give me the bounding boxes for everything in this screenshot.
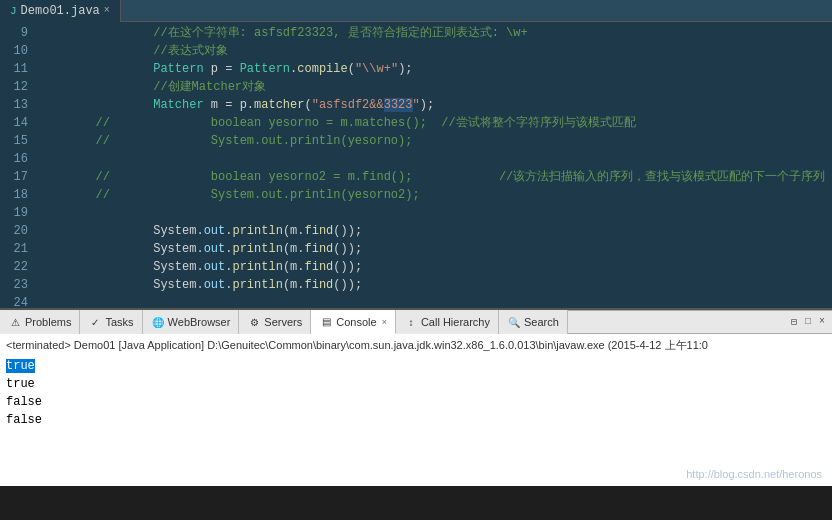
line-content: //创建Matcher对象 xyxy=(38,78,266,96)
line-content: System.out.println(m.find()); xyxy=(38,258,362,276)
panel-tab-close-console[interactable]: × xyxy=(382,317,387,327)
code-line: 12 //创建Matcher对象 xyxy=(0,78,832,96)
token: println xyxy=(232,260,282,274)
code-line: 22 System.out.println(m.find()); xyxy=(0,258,832,276)
code-line: 18 // System.out.println(yesorno2); xyxy=(0,186,832,204)
line-number: 14 xyxy=(0,114,38,132)
token: ()); xyxy=(333,278,362,292)
token: find xyxy=(304,260,333,274)
line-number: 16 xyxy=(0,150,38,168)
code-line: 20 System.out.println(m.find()); xyxy=(0,222,832,240)
close-panel-button[interactable]: × xyxy=(816,315,828,329)
panel-tab-search[interactable]: 🔍Search xyxy=(499,310,568,334)
code-line: 24 xyxy=(0,294,832,310)
token: ( xyxy=(348,62,355,76)
token: 3323 xyxy=(384,98,413,112)
code-line: 13 Matcher m = p.matcher("asfsdf2&&3323"… xyxy=(0,96,832,114)
token: // System.out.println(yesorno2); xyxy=(38,188,420,202)
watermark: http://blog.csdn.net/heronos xyxy=(686,468,822,480)
token: "\\w+" xyxy=(355,62,398,76)
token: // System.out.println(yesorno); xyxy=(38,134,412,148)
console-lines-container: truetruefalsefalse xyxy=(6,357,826,429)
token: Matcher xyxy=(153,98,203,112)
webbrowser-icon: 🌐 xyxy=(151,315,165,329)
callhierarchy-icon: ↕ xyxy=(404,315,418,329)
console-output-line: true xyxy=(6,357,826,375)
code-line: 9 //在这个字符串: asfsdf23323, 是否符合指定的正则表达式: \… xyxy=(0,24,832,42)
token: ()); xyxy=(333,260,362,274)
token xyxy=(38,260,153,274)
token: System. xyxy=(153,224,203,238)
token: m = p. xyxy=(204,98,254,112)
line-number: 12 xyxy=(0,78,38,96)
panel-tab-label-problems: Problems xyxy=(25,316,71,328)
token: ()); xyxy=(333,224,362,238)
line-content: //表达式对象 xyxy=(38,42,228,60)
token: find xyxy=(304,278,333,292)
code-line: 21 System.out.println(m.find()); xyxy=(0,240,832,258)
token: System. xyxy=(153,260,203,274)
line-number: 10 xyxy=(0,42,38,60)
code-line: 11 Pattern p = Pattern.compile("\\w+"); xyxy=(0,60,832,78)
token: Pattern xyxy=(240,62,290,76)
console-icon: ▤ xyxy=(319,315,333,329)
line-number: 11 xyxy=(0,60,38,78)
line-number: 20 xyxy=(0,222,38,240)
line-number: 23 xyxy=(0,276,38,294)
token: out xyxy=(204,224,226,238)
token: ); xyxy=(420,98,434,112)
panel-tab-label-search: Search xyxy=(524,316,559,328)
token: out xyxy=(204,260,226,274)
panel-tab-problems[interactable]: ⚠Problems xyxy=(0,310,80,334)
panel-tab-servers[interactable]: ⚙Servers xyxy=(239,310,311,334)
token: (m. xyxy=(283,260,305,274)
token xyxy=(38,224,153,238)
code-area: 9 //在这个字符串: asfsdf23323, 是否符合指定的正则表达式: \… xyxy=(0,22,832,310)
panel-tab-label-console: Console xyxy=(336,316,376,328)
code-line: 17 // boolean yesorno2 = m.find(); //该方法… xyxy=(0,168,832,186)
editor-tab-label: Demo01.java xyxy=(21,4,100,18)
console-output-line: false xyxy=(6,393,826,411)
token: " xyxy=(413,98,420,112)
line-content: // System.out.println(yesorno2); xyxy=(38,186,420,204)
line-number: 24 xyxy=(0,294,38,310)
editor-panel: J Demo01.java × 9 //在这个字符串: asfsdf23323,… xyxy=(0,0,832,310)
panel-tab-callhierarchy[interactable]: ↕Call Hierarchy xyxy=(396,310,499,334)
line-content: System.out.println(m.find()); xyxy=(38,222,362,240)
code-line: 10 //表达式对象 xyxy=(0,42,832,60)
token: println xyxy=(232,224,282,238)
token: (m. xyxy=(283,224,305,238)
token: out xyxy=(204,278,226,292)
line-number: 19 xyxy=(0,204,38,222)
panel-right-controls: ⊟□× xyxy=(788,315,832,329)
token: (m. xyxy=(283,278,305,292)
token: println xyxy=(232,242,282,256)
token: ( xyxy=(304,98,311,112)
token xyxy=(38,62,153,76)
panel-tab-tasks[interactable]: ✓Tasks xyxy=(80,310,142,334)
panel-tab-console[interactable]: ▤Console × xyxy=(311,310,396,334)
line-number: 13 xyxy=(0,96,38,114)
token: ()); xyxy=(333,242,362,256)
line-content: Matcher m = p.matcher("asfsdf2&&3323"); xyxy=(38,96,434,114)
editor-tab-close[interactable]: × xyxy=(104,5,110,16)
panel-tab-webbrowser[interactable]: 🌐WebBrowser xyxy=(143,310,240,334)
token: //创建Matcher对象 xyxy=(38,80,266,94)
line-number: 18 xyxy=(0,186,38,204)
token: System. xyxy=(153,278,203,292)
console-highlighted-text: true xyxy=(6,359,35,373)
panel-tab-label-servers: Servers xyxy=(264,316,302,328)
line-content: // boolean yesorno = m.matches(); //尝试将整… xyxy=(38,114,636,132)
maximize-panel-button[interactable]: □ xyxy=(802,315,814,329)
line-content: //在这个字符串: asfsdf23323, 是否符合指定的正则表达式: \w+ xyxy=(38,24,528,42)
editor-tab-demo01[interactable]: J Demo01.java × xyxy=(0,0,121,22)
code-line: 19 xyxy=(0,204,832,222)
token: //表达式对象 xyxy=(38,44,228,58)
token: matcher xyxy=(254,98,304,112)
token: p = xyxy=(204,62,240,76)
code-line: 14 // boolean yesorno = m.matches(); //尝… xyxy=(0,114,832,132)
console-output-line: false xyxy=(6,411,826,429)
token: Pattern xyxy=(153,62,203,76)
minimize-panel-button[interactable]: ⊟ xyxy=(788,315,800,329)
token: println xyxy=(232,278,282,292)
